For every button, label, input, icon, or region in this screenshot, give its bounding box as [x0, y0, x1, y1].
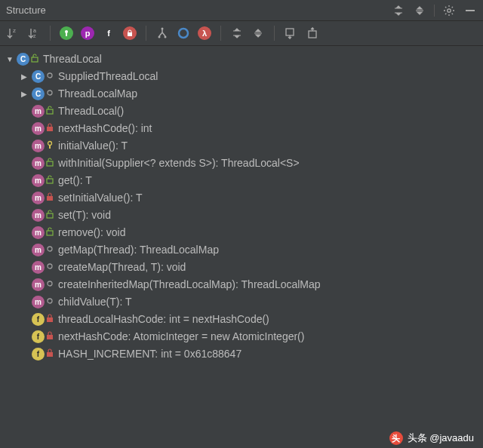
arrow-down-icon[interactable]: ▼ — [6, 55, 14, 63]
tree-node-class[interactable]: ▶CThreadLocalMap — [0, 85, 483, 103]
svg-rect-22 — [47, 179, 53, 183]
access-icon — [46, 71, 54, 81]
tree-node-label: withInitial(Supplier<? extends S>): Thre… — [58, 158, 300, 169]
access-icon — [46, 192, 54, 203]
toolbar-separator-3 — [220, 26, 221, 41]
access-icon — [46, 331, 54, 342]
svg-text:z: z — [13, 27, 16, 34]
show-properties-icon[interactable]: p — [81, 26, 94, 40]
tree-node-label: remove(): void — [58, 227, 125, 238]
svg-point-8 — [162, 28, 164, 30]
method-icon: m — [32, 261, 45, 274]
svg-point-16 — [48, 91, 52, 95]
minimize-icon[interactable] — [463, 4, 477, 17]
tree-node-label: ThreadLocalMap — [58, 88, 137, 100]
tree-root-label: ThreadLocal — [43, 54, 102, 65]
panel-title: Structure — [6, 5, 46, 16]
tree-node-label: createMap(Thread, T): void — [58, 262, 186, 273]
tree-node-member[interactable]: minitialValue(): T — [0, 137, 483, 155]
svg-rect-18 — [47, 127, 53, 131]
svg-point-11 — [179, 29, 188, 38]
method-icon: m — [32, 122, 45, 135]
footer-watermark: 头 头条 @javaadu — [389, 431, 474, 445]
structure-tree[interactable]: ▼ C ThreadLocal ▶CSuppliedThreadLocal▶CT… — [0, 46, 483, 367]
access-icon — [46, 279, 54, 290]
tree-root[interactable]: ▼ C ThreadLocal — [0, 51, 483, 68]
class-icon: C — [32, 70, 45, 83]
access-icon — [46, 88, 54, 99]
svg-point-26 — [48, 247, 52, 251]
show-methods-icon[interactable]: f — [102, 26, 115, 40]
structure-toolbar: z az p f λ — [0, 21, 483, 46]
class-icon: C — [17, 53, 29, 66]
svg-point-28 — [48, 281, 52, 286]
svg-rect-1 — [466, 10, 475, 11]
footer-badge-icon: 头 — [389, 431, 403, 445]
tree-node-label: HASH_INCREMENT: int = 0x61c88647 — [58, 348, 242, 360]
access-icon — [46, 296, 54, 307]
tree-node-member[interactable]: mwithInitial(Supplier<? extends S>): Thr… — [0, 155, 483, 172]
gear-icon[interactable] — [442, 4, 456, 17]
autoscroll-to-source-icon[interactable] — [284, 26, 297, 40]
method-icon: m — [32, 209, 45, 222]
tree-node-member[interactable]: fHASH_INCREMENT: int = 0x61c88647 — [0, 345, 483, 363]
tree-node-member[interactable]: mcreateMap(Thread, T): void — [0, 259, 483, 276]
public-access-icon — [31, 54, 38, 64]
access-icon — [46, 210, 54, 220]
title-bar: Structure — [0, 0, 483, 21]
access-icon — [46, 158, 54, 168]
svg-rect-6 — [66, 32, 67, 36]
toolbar-separator — [50, 26, 51, 41]
method-icon: m — [32, 140, 45, 152]
tree-node-member[interactable]: fthreadLocalHashCode: int = nextHashCode… — [0, 311, 483, 328]
expand-icon[interactable] — [230, 26, 244, 40]
access-icon — [46, 244, 54, 255]
method-icon: m — [32, 174, 45, 187]
access-icon — [46, 106, 54, 116]
footer-text: 头条 @javaadu — [408, 431, 474, 445]
field-icon: f — [32, 313, 45, 326]
tree-node-member[interactable]: mset(T): void — [0, 207, 483, 224]
tree-node-member[interactable]: mchildValue(T): T — [0, 293, 483, 311]
method-icon: m — [32, 278, 45, 291]
tree-node-label: createInheritedMap(ThreadLocalMap): Thre… — [58, 279, 321, 290]
tree-node-member[interactable]: mcreateInheritedMap(ThreadLocalMap): Thr… — [0, 276, 483, 293]
svg-rect-32 — [47, 352, 53, 357]
tree-node-member[interactable]: mThreadLocal() — [0, 103, 483, 120]
arrow-right-icon[interactable]: ▶ — [21, 90, 29, 98]
autoscroll-from-source-icon[interactable] — [305, 26, 318, 40]
sort-alpha-icon[interactable]: az — [27, 26, 41, 40]
svg-rect-13 — [309, 31, 316, 38]
show-anonymous-icon[interactable] — [177, 26, 190, 40]
arrow-right-icon[interactable]: ▶ — [21, 72, 29, 81]
svg-text:z: z — [33, 33, 36, 38]
field-icon: f — [32, 348, 45, 361]
svg-point-27 — [48, 264, 52, 268]
tree-node-member[interactable]: mremove(): void — [0, 224, 483, 241]
show-nonpublic-icon[interactable] — [123, 26, 137, 40]
tree-node-member[interactable]: msetInitialValue(): T — [0, 189, 483, 207]
collapse-icon[interactable] — [251, 26, 265, 40]
expand-all-icon[interactable] — [392, 4, 405, 17]
method-icon: m — [32, 192, 45, 204]
svg-rect-31 — [47, 335, 53, 339]
tree-node-member[interactable]: mgetMap(Thread): ThreadLocalMap — [0, 241, 483, 259]
tree-node-label: childValue(T): T — [58, 296, 132, 308]
svg-point-19 — [48, 142, 52, 146]
title-separator — [434, 5, 435, 17]
access-icon — [46, 123, 54, 133]
sort-visibility-icon[interactable]: z — [6, 26, 20, 40]
show-fields-icon[interactable] — [60, 26, 73, 40]
collapse-all-icon[interactable] — [413, 4, 426, 17]
title-bar-actions — [392, 4, 477, 17]
svg-rect-14 — [32, 57, 38, 62]
svg-point-9 — [158, 36, 161, 38]
show-inherited-icon[interactable] — [155, 26, 169, 40]
tree-node-member[interactable]: mget(): T — [0, 172, 483, 189]
svg-point-29 — [48, 299, 52, 303]
tree-node-member[interactable]: mnextHashCode(): int — [0, 120, 483, 137]
method-icon: m — [32, 226, 45, 239]
show-lambda-icon[interactable]: λ — [198, 26, 211, 40]
tree-node-member[interactable]: fnextHashCode: AtomicInteger = new Atomi… — [0, 328, 483, 345]
tree-node-class[interactable]: ▶CSuppliedThreadLocal — [0, 68, 483, 85]
